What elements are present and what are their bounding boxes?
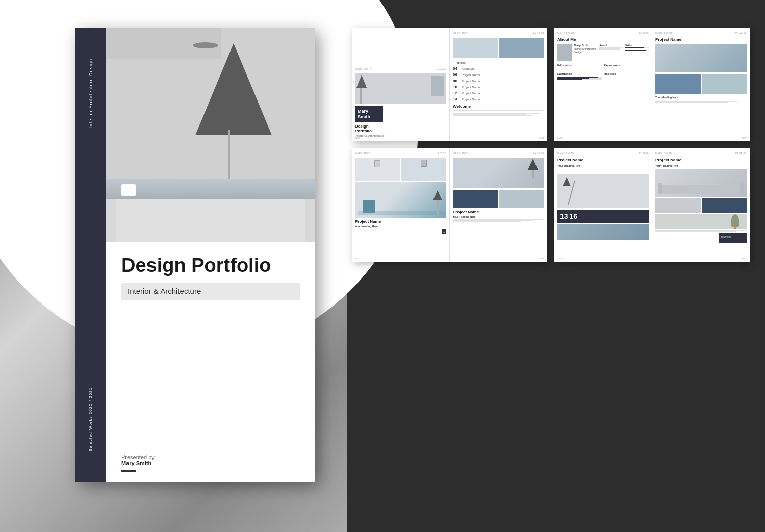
spread-2: Mary Smith 12.2020 About Me Mary Smith I… [554,28,750,141]
index-item-14: 14 Project Name [453,97,544,102]
lamp-shade-top [193,42,218,48]
skill-bar-4 [625,52,649,53]
awards-label: Award [599,44,623,47]
spread4-right-heading: Your Heading Here [655,164,747,167]
index-header-label: — Index [453,61,544,64]
index-title-text: Index [457,61,466,64]
spread4-plant-img [655,214,747,229]
spread1-header: Mary Smith 12.2020 [355,68,446,70]
spread4-right-page: Page 13 [735,152,747,155]
spread4-right-img1 [655,198,701,213]
spread4-sofa-img [655,169,747,197]
cover-subtitle-bar: Interior & Architecture [121,283,300,300]
spread4-right-pg: 14/15 [742,257,747,260]
spread4-number-1: 13 [560,212,568,220]
spread3-top-imgs [355,158,446,181]
spread3-bottom-row: 1 [355,229,446,234]
about-me-top-row: Mary Smith Interior Architecture Design … [557,44,649,61]
spread1-right: Mary Smith Page 03 — Index 04 About Me [449,28,547,141]
spread3-right-pg: 10/11 [539,257,544,260]
index-label-08: Project Name [462,80,480,83]
spread3-right-name: Mary Smith [453,152,470,155]
spread2-left: Mary Smith 12.2020 About Me Mary Smith I… [554,28,652,141]
index-dash-icon: — [453,61,456,64]
sidebar-top-text: Interior Architecture Design [88,59,94,129]
spread3-right-img-row [453,190,544,208]
about-me-role: Interior Architecture Design [574,47,597,54]
spread4-lamp-img [557,174,649,208]
index-num-10: 10 [453,85,459,89]
presented-by-label: Presented by [121,454,155,460]
spread3-right-light-img [499,190,545,208]
lang-bar-1 [557,77,602,78]
experience-section: Experience [604,64,649,71]
index-items: 04 About Me 06 Project Name 08 Project N… [453,66,544,102]
spread3-main-img [355,182,446,218]
spread1-top-images [453,38,544,58]
cup [121,184,136,196]
index-item-04: 04 About Me [453,66,544,71]
spread3-right-dark-img [453,190,498,208]
skill-bar-2 [625,49,649,50]
skills-label: Skills [625,44,649,47]
index-label-12: Project Name [462,92,480,95]
spread4-left-header: Mary Smith 12.2020 [557,152,649,155]
spread4-heading: Your Heading Here [557,164,649,167]
education-title: Education [557,64,602,67]
spread3-img1 [355,158,400,181]
index-item-08: 08 Project Name [453,79,544,83]
spread3-right-img1 [453,158,544,188]
cover-dash [121,470,136,472]
spread2-left-header: Mary Smith 12.2020 [557,32,649,34]
index-label-06: Project Name [462,73,480,77]
spread3-right-header: Mary Smith Page 09 [453,152,544,155]
spread3-text-col [355,229,440,234]
index-num-08: 08 [453,79,459,83]
spread1-right-header: Mary Smith Page 03 [453,32,544,35]
spread2-right-page: Page 05 [735,32,747,34]
spread1-right-page: Page 03 [533,32,544,35]
about-me-name: Mary Smith [574,44,597,47]
spread1-name-text: MarySmith [358,109,380,120]
spread4-project-title: Project Name [557,158,649,162]
spread2-right-pg: 06/07 [742,137,747,139]
spread1-room-img [355,73,446,104]
index-item-12: 12 Project Name [453,91,544,95]
spread1-left-page-num: 02/03 [355,137,360,139]
project2-heading: Your Heading Here [655,96,747,99]
spread1-left: Mary Smith 12.2020 MarySmith DesignPortf… [352,28,449,141]
spread3-left-pg: 08/09 [355,257,360,260]
spread4-left-date: 12.2020 [639,152,649,155]
about-me-sections: Education Experience Language [557,64,649,81]
index-num-04: 04 [453,66,459,71]
welcome-title: Welcome [453,104,544,109]
index-num-06: 06 [453,72,459,77]
spread1-right-page-num: 04/05 [539,137,544,139]
spread4-right-name: Mary Smith [655,152,672,155]
cover-subtitle: Interior & Architecture [128,287,201,295]
spread-4: Mary Smith 12.2020 Project Name Your Hea… [554,148,750,262]
about-me-photo [557,44,572,61]
spread1-right-name: Mary Smith [453,32,470,35]
spread4-right-small-imgs [655,198,747,213]
lang-bar-2 [557,78,602,79]
hobbies-section: Hobbies [604,72,649,81]
cover-author: Mary Smith [121,460,151,466]
spread2-right-name: Mary Smith [655,32,672,34]
spread4-left-pg: 12/13 [557,257,563,260]
spread3-project-title: Project Name [355,219,446,224]
skill-bar-1 [625,47,649,48]
bed-area [106,179,315,199]
about-me-info: Mary Smith Interior Architecture Design [574,44,597,61]
spread4-right-img2 [702,198,747,213]
cover-main-area: Design Portfolio Interior & Architecture… [106,28,315,482]
index-label-10: Project Name [462,86,480,89]
spread-3: Mary Smith 12.2020 [352,148,547,262]
spread1-portfolio-subtitle: Interior & Architecture [355,134,446,137]
about-me-title: About Me [557,37,649,42]
experience-title: Experience [604,64,649,67]
spread-1: Mary Smith 12.2020 MarySmith DesignPortf… [352,28,547,141]
spread2-left-date: 12.2020 [639,32,649,34]
spread4-chair-img [557,224,649,240]
bedside-table [116,196,305,242]
